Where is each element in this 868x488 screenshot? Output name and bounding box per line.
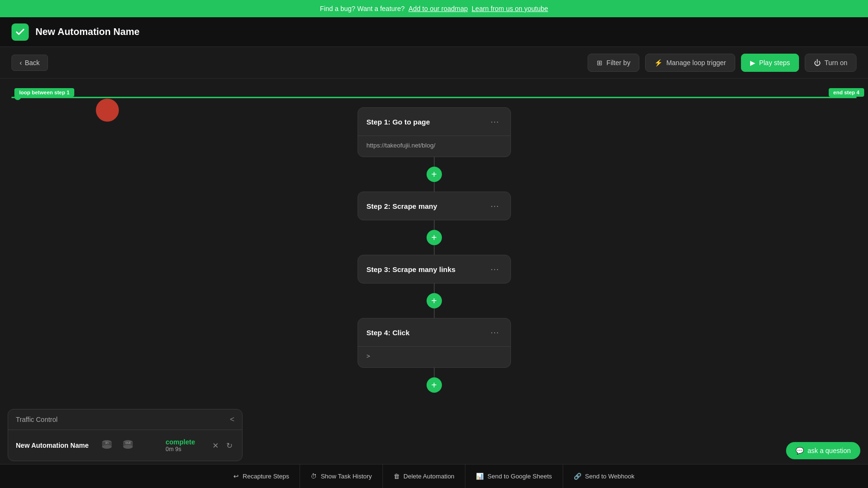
task-history-label: Show Task History [321, 473, 372, 480]
top-banner: Find a bug? Want a feature? Add to our r… [0, 0, 868, 17]
step-1-header: Step 1: Go to page ⋯ [358, 108, 510, 136]
step-3-title: Step 3: Scrape many links [367, 265, 456, 273]
step-2-header: Step 2: Scrape many ⋯ [358, 192, 510, 220]
task-history-button[interactable]: ⏱ Show Task History [300, 465, 383, 488]
back-label: Back [25, 59, 40, 67]
step-1-url: https://takeofujii.net/blog/ [367, 136, 502, 149]
webhook-label: Send to Webhook [585, 473, 635, 480]
loop-line [12, 97, 856, 98]
svg-text:in: in [105, 441, 108, 445]
manage-loop-button[interactable]: ⚡ Manage loop trigger [645, 54, 735, 72]
svg-text:out: out [125, 441, 131, 445]
webhook-button[interactable]: 🔗 Send to Webhook [563, 465, 645, 488]
play-steps-button[interactable]: ▶ Play steps [741, 54, 799, 72]
power-icon: ⏻ [814, 59, 821, 67]
history-icon: ⏱ [311, 473, 317, 480]
recapture-button[interactable]: ↩ Recapture Steps [223, 465, 300, 488]
header: New Automation Name [0, 17, 868, 47]
step-1-body: https://takeofujii.net/blog/ [358, 136, 510, 157]
filter-icon: ⊞ [597, 59, 602, 67]
step-card-2: Step 2: Scrape many ⋯ [358, 192, 511, 220]
connector-1-2: + [427, 157, 442, 192]
roadmap-link[interactable]: Add to our roadmap [408, 5, 468, 12]
connector-line [434, 182, 435, 192]
step-4-title: Step 4: Click [367, 329, 410, 337]
connector-after-4: + [427, 368, 442, 393]
drag-handle[interactable] [96, 99, 119, 122]
traffic-icons: in out [98, 437, 137, 454]
play-label: Play steps [759, 59, 790, 67]
step-4-header: Step 4: Click ⋯ [358, 318, 510, 346]
steps-container: Step 1: Go to page ⋯ https://takeofujii.… [0, 79, 868, 393]
delete-button[interactable]: 🗑 Delete Automation [383, 465, 465, 488]
delete-icon: 🗑 [393, 473, 400, 480]
logo [12, 23, 29, 41]
google-sheets-button[interactable]: 📊 Send to Google Sheets [465, 465, 563, 488]
status-complete: complete [166, 438, 195, 446]
connector-line [434, 308, 435, 318]
traffic-actions: ✕ ↻ [210, 439, 234, 452]
traffic-status: complete 0m 9s [166, 438, 195, 453]
traffic-close-button[interactable]: ✕ [210, 439, 220, 452]
connector-line [434, 157, 435, 167]
traffic-header: Traffic Control < [8, 409, 242, 430]
step-card-1: Step 1: Go to page ⋯ https://takeofujii.… [358, 107, 511, 157]
step-2-title: Step 2: Scrape many [367, 202, 438, 210]
manage-label: Manage loop trigger [666, 59, 726, 67]
svg-point-6 [123, 445, 133, 449]
loop-start-badge: loop between step 1 [14, 88, 74, 97]
add-step-button-1[interactable]: + [427, 167, 442, 182]
recapture-label: Recapture Steps [243, 473, 289, 480]
add-step-button-3[interactable]: + [427, 293, 442, 308]
filter-button[interactable]: ⊞ Filter by [588, 54, 639, 72]
sheets-icon: 📊 [476, 473, 484, 480]
loop-bar: loop between step 1 end step 4 [0, 92, 868, 102]
ask-question-button[interactable]: 💬 ask a question [786, 442, 860, 459]
back-chevron-icon: ‹ [20, 59, 22, 67]
step-4-selector: > [367, 347, 502, 360]
add-step-button-2[interactable]: + [427, 230, 442, 245]
connector-line [434, 284, 435, 293]
turnon-label: Turn on [824, 59, 847, 67]
app-title: New Automation Name [35, 26, 139, 37]
traffic-collapse-button[interactable]: < [230, 415, 234, 424]
sheets-label: Send to Google Sheets [487, 473, 552, 480]
step-1-title: Step 1: Go to page [367, 118, 430, 126]
connector-3-4: + [427, 284, 442, 318]
step-card-4: Step 4: Click ⋯ > [358, 318, 511, 368]
filter-label: Filter by [606, 59, 630, 67]
canvas: loop between step 1 end step 4 Step 1: G… [0, 79, 868, 464]
db-out-icon: out [119, 437, 137, 454]
lightning-icon: ⚡ [654, 59, 662, 67]
traffic-refresh-button[interactable]: ↻ [224, 439, 234, 452]
step-3-menu-button[interactable]: ⋯ [487, 263, 502, 275]
ask-label: ask a question [808, 447, 851, 454]
connector-line [434, 368, 435, 377]
youtube-link[interactable]: Learn from us on youtube [472, 5, 548, 12]
db-in-icon: in [98, 437, 116, 454]
back-button[interactable]: ‹ Back [12, 55, 48, 71]
play-icon: ▶ [750, 59, 755, 67]
step-card-3: Step 3: Scrape many links ⋯ [358, 255, 511, 284]
connector-2-3: + [427, 220, 442, 255]
traffic-title: Traffic Control [16, 416, 58, 423]
turn-on-button[interactable]: ⏻ Turn on [805, 54, 856, 72]
svg-point-2 [102, 445, 112, 449]
step-3-header: Step 3: Scrape many links ⋯ [358, 255, 510, 283]
connector-line [434, 245, 435, 255]
add-step-button-4[interactable]: + [427, 377, 442, 393]
step-4-body: > [358, 347, 510, 367]
banner-text: Find a bug? Want a feature? [320, 5, 405, 12]
step-1-menu-button[interactable]: ⋯ [487, 115, 502, 128]
connector-line [434, 220, 435, 230]
loop-end-badge: end step 4 [829, 88, 864, 97]
traffic-panel: Traffic Control < New Automation Name in… [8, 409, 243, 461]
step-4-menu-button[interactable]: ⋯ [487, 326, 502, 339]
traffic-body: New Automation Name in out co [8, 430, 242, 461]
status-time: 0m 9s [166, 446, 182, 453]
recapture-icon: ↩ [233, 473, 239, 480]
step-2-menu-button[interactable]: ⋯ [487, 200, 502, 212]
webhook-icon: 🔗 [574, 473, 581, 480]
bottom-bar: ↩ Recapture Steps ⏱ Show Task History 🗑 … [0, 464, 868, 488]
traffic-automation-name: New Automation Name [16, 442, 89, 449]
